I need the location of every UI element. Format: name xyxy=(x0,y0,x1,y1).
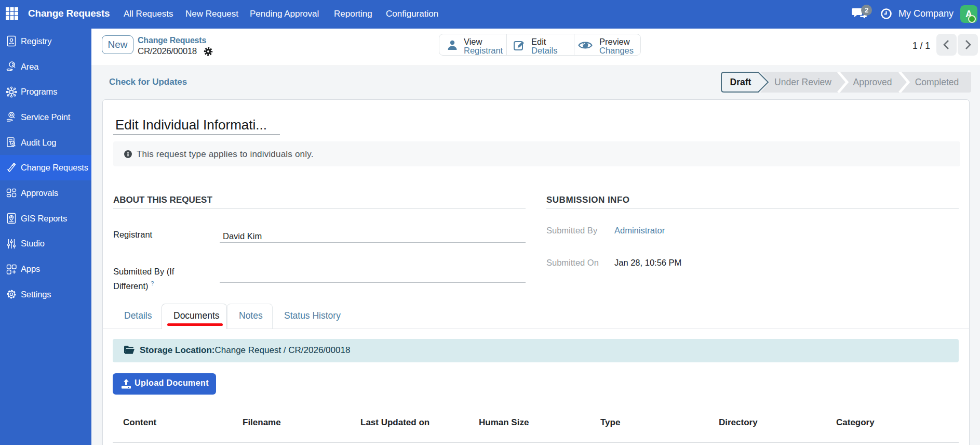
svg-text:Approved: Approved xyxy=(853,77,892,87)
svg-text:Completed: Completed xyxy=(915,77,959,87)
svg-text:Under Review: Under Review xyxy=(774,77,831,87)
svg-text:Draft: Draft xyxy=(730,77,751,87)
